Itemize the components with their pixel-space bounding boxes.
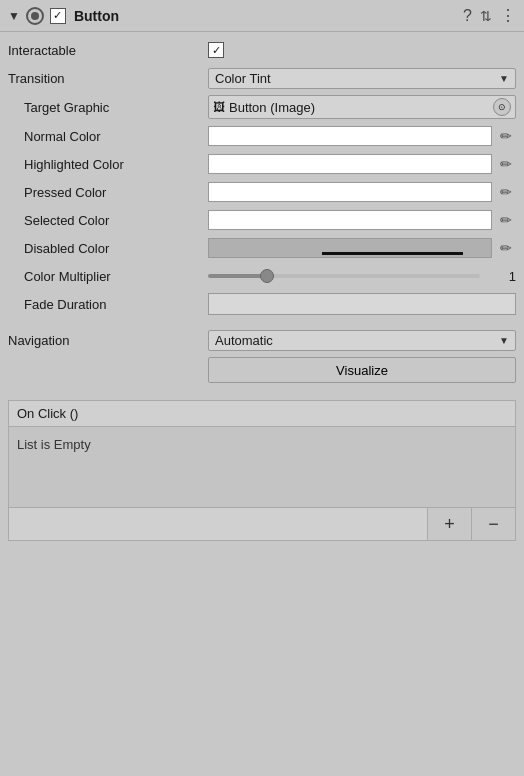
highlighted-color-swatch[interactable] — [208, 154, 492, 174]
more-icon[interactable]: ⋮ — [500, 6, 516, 25]
color-multiplier-slider-container: 1 — [208, 269, 516, 284]
onclick-footer: + − — [9, 507, 515, 540]
component-icon — [26, 7, 44, 25]
navigation-dropdown[interactable]: Automatic ▼ — [208, 330, 516, 351]
target-select-button[interactable]: ⊙ — [493, 98, 511, 116]
collapse-arrow[interactable]: ▼ — [8, 9, 20, 23]
interactable-value: ✓ — [208, 42, 516, 58]
pressed-color-eyedropper[interactable]: ✏ — [496, 182, 516, 202]
normal-color-value: ✏ — [208, 126, 516, 146]
onclick-section: On Click () List is Empty + − — [8, 400, 516, 541]
color-multiplier-value: 1 — [208, 269, 516, 284]
highlighted-color-label: Highlighted Color — [8, 157, 208, 172]
color-multiplier-number: 1 — [486, 269, 516, 284]
highlighted-color-row-inner: ✏ — [208, 154, 516, 174]
fade-duration-label: Fade Duration — [8, 297, 208, 312]
fade-duration-input[interactable]: 0.1 — [208, 293, 516, 315]
inspector-content: Interactable ✓ Transition Color Tint ▼ T… — [0, 32, 524, 545]
disabled-color-value: ✏ — [208, 238, 516, 258]
disabled-color-row: Disabled Color ✏ — [0, 234, 524, 262]
selected-color-row-inner: ✏ — [208, 210, 516, 230]
divider-1 — [0, 318, 524, 326]
transition-row: Transition Color Tint ▼ — [0, 64, 524, 92]
navigation-label: Navigation — [8, 333, 208, 348]
target-graphic-label: Target Graphic — [8, 100, 208, 115]
interactable-label: Interactable — [8, 43, 208, 58]
component-title: Button — [74, 8, 457, 24]
disabled-color-eyedropper[interactable]: ✏ — [496, 238, 516, 258]
onclick-header: On Click () — [9, 401, 515, 427]
target-graphic-value: 🖼 Button (Image) ⊙ — [208, 95, 516, 119]
onclick-remove-button[interactable]: − — [471, 508, 515, 540]
fade-duration-value: 0.1 — [208, 293, 516, 315]
color-multiplier-slider[interactable] — [208, 274, 480, 278]
onclick-empty-label: List is Empty — [17, 437, 91, 452]
pressed-color-row: Pressed Color ✏ — [0, 178, 524, 206]
image-icon: 🖼 — [213, 100, 225, 114]
panel: ▼ ✓ Button ? ⇅ ⋮ Interactable ✓ Transiti… — [0, 0, 524, 545]
navigation-dropdown-arrow: ▼ — [499, 335, 509, 346]
highlighted-color-value: ✏ — [208, 154, 516, 174]
normal-color-row-inner: ✏ — [208, 126, 516, 146]
normal-color-row: Normal Color ✏ — [0, 122, 524, 150]
color-multiplier-label: Color Multiplier — [8, 269, 208, 284]
enabled-checkbox[interactable]: ✓ — [50, 8, 66, 24]
target-graphic-picker[interactable]: 🖼 Button (Image) ⊙ — [208, 95, 516, 119]
divider-2 — [0, 386, 524, 394]
disabled-color-label: Disabled Color — [8, 241, 208, 256]
target-graphic-row: Target Graphic 🖼 Button (Image) ⊙ — [0, 92, 524, 122]
interactable-checkbox[interactable]: ✓ — [208, 42, 224, 58]
transition-value: Color Tint ▼ — [208, 68, 516, 89]
normal-color-swatch[interactable] — [208, 126, 492, 146]
transition-dropdown[interactable]: Color Tint ▼ — [208, 68, 516, 89]
selected-color-swatch[interactable] — [208, 210, 492, 230]
disabled-color-swatch[interactable] — [208, 238, 492, 258]
highlighted-color-row: Highlighted Color ✏ — [0, 150, 524, 178]
highlighted-color-eyedropper[interactable]: ✏ — [496, 154, 516, 174]
settings-icon[interactable]: ⇅ — [480, 8, 492, 24]
fade-duration-row: Fade Duration 0.1 — [0, 290, 524, 318]
header-actions: ? ⇅ ⋮ — [463, 6, 516, 25]
visualize-row: Visualize — [0, 354, 524, 386]
selected-color-eyedropper[interactable]: ✏ — [496, 210, 516, 230]
onclick-body: List is Empty — [9, 427, 515, 507]
selected-color-value: ✏ — [208, 210, 516, 230]
interactable-row: Interactable ✓ — [0, 36, 524, 64]
color-multiplier-row: Color Multiplier 1 — [0, 262, 524, 290]
navigation-row: Navigation Automatic ▼ — [0, 326, 524, 354]
navigation-value: Automatic ▼ — [208, 330, 516, 351]
visualize-value: Visualize — [208, 357, 516, 383]
disabled-color-row-inner: ✏ — [208, 238, 516, 258]
visualize-button[interactable]: Visualize — [208, 357, 516, 383]
pressed-color-row-inner: ✏ — [208, 182, 516, 202]
selected-color-label: Selected Color — [8, 213, 208, 228]
pressed-color-swatch[interactable] — [208, 182, 492, 202]
transition-dropdown-arrow: ▼ — [499, 73, 509, 84]
transition-label: Transition — [8, 71, 208, 86]
component-header: ▼ ✓ Button ? ⇅ ⋮ — [0, 0, 524, 32]
target-graphic-text: Button (Image) — [229, 100, 315, 115]
pressed-color-value: ✏ — [208, 182, 516, 202]
navigation-dropdown-label: Automatic — [215, 333, 273, 348]
normal-color-eyedropper[interactable]: ✏ — [496, 126, 516, 146]
onclick-add-button[interactable]: + — [427, 508, 471, 540]
help-icon[interactable]: ? — [463, 7, 472, 25]
transition-dropdown-label: Color Tint — [215, 71, 271, 86]
normal-color-label: Normal Color — [8, 129, 208, 144]
selected-color-row: Selected Color ✏ — [0, 206, 524, 234]
pressed-color-label: Pressed Color — [8, 185, 208, 200]
